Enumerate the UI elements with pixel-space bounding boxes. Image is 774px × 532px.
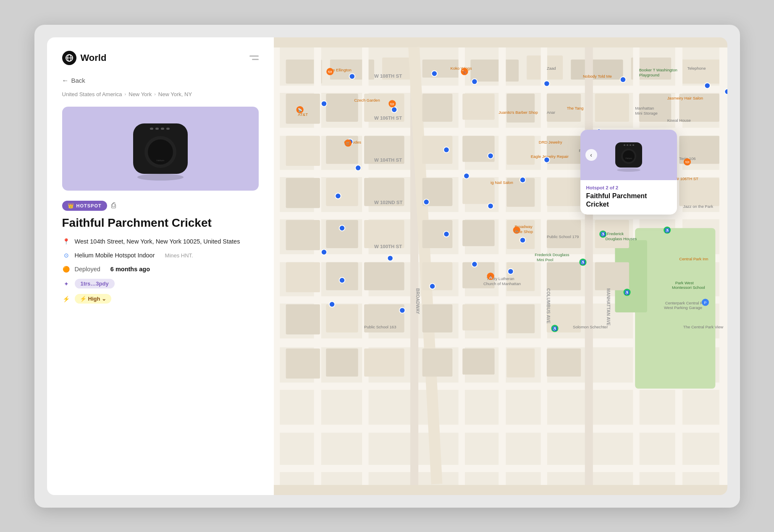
map-background: W 108TH ST W 106TH ST W 104TH ST W 102ND… <box>274 37 727 495</box>
svg-rect-6 <box>155 128 159 130</box>
network-value: Helium Mobile Hotspot Indoor <box>75 252 155 259</box>
svg-point-161 <box>724 89 727 94</box>
menu-icon[interactable] <box>245 52 259 64</box>
info-rows: 📍 West 104th Street, New York, New York … <box>62 237 259 304</box>
svg-rect-72 <box>546 178 580 206</box>
svg-text:Public School 179: Public School 179 <box>546 234 578 239</box>
svg-rect-220 <box>630 144 631 146</box>
status-label: High <box>88 296 100 302</box>
svg-rect-104 <box>506 348 535 377</box>
popup-prev-button[interactable]: ‹ <box>585 149 597 161</box>
svg-rect-56 <box>286 136 320 166</box>
breadcrumb-sep-2: › <box>154 92 156 97</box>
svg-text:MANHATTAN AVE: MANHATTAN AVE <box>606 288 611 325</box>
svg-text:Koko Wings: Koko Wings <box>450 66 472 70</box>
svg-text:W 102ND ST: W 102ND ST <box>374 199 402 204</box>
popup-device-image: ‹ Helium <box>580 130 677 180</box>
svg-point-183 <box>339 277 344 283</box>
svg-rect-103 <box>462 348 494 374</box>
svg-point-157 <box>472 79 477 84</box>
svg-rect-219 <box>627 144 628 146</box>
address-value: West 104th Street, New York, New York 10… <box>75 238 240 245</box>
svg-point-179 <box>321 249 326 254</box>
breadcrumb-usa[interactable]: United States of America <box>62 91 122 97</box>
popup-body: Hotspot 2 of 2 Faithful Parchment Cricke… <box>580 180 677 215</box>
status-pill[interactable]: ⚡ High ⌄ <box>75 294 112 304</box>
svg-text:Church of Manhattan: Church of Manhattan <box>483 281 520 286</box>
svg-text:W 106TH ST: W 106TH ST <box>374 115 401 121</box>
svg-rect-70 <box>462 178 494 204</box>
svg-point-159 <box>620 76 625 82</box>
svg-rect-87 <box>422 262 452 290</box>
svg-point-155 <box>431 71 437 76</box>
device-image-container: Helium <box>62 107 259 191</box>
device-name: Faithful Parchment Cricket <box>62 216 259 230</box>
breadcrumb-ny[interactable]: New York <box>129 91 152 97</box>
deployed-row: 🟠 Deployed 6 months ago <box>62 265 259 273</box>
svg-rect-38 <box>540 47 547 485</box>
svg-rect-5 <box>150 128 153 130</box>
svg-rect-96 <box>462 304 494 330</box>
svg-text:Booker T Washington: Booker T Washington <box>639 68 677 72</box>
svg-text:Czech Garden: Czech Garden <box>354 98 380 102</box>
network-row: ⊙ Helium Mobile Hotspot Indoor Mines HNT… <box>62 251 259 259</box>
svg-text:Eagle Jewelry Repair: Eagle Jewelry Repair <box>530 154 569 158</box>
svg-text:W 106TH ST: W 106TH ST <box>675 176 698 181</box>
popup-device-name: Faithful Parchment Cricket <box>586 192 671 209</box>
svg-text:🍽: 🍽 <box>685 160 689 164</box>
svg-rect-51 <box>506 94 535 123</box>
tag-icon: ✦ <box>62 280 71 288</box>
svg-text:Juanito's Barber Shop: Juanito's Barber Shop <box>499 110 538 114</box>
svg-point-175 <box>488 203 493 208</box>
svg-point-169 <box>544 157 549 162</box>
svg-rect-92 <box>286 304 320 334</box>
svg-text:Douglass Houses: Douglass Houses <box>605 236 637 241</box>
deployed-icon: 🟠 <box>62 265 71 273</box>
tag-row: ✦ 1trs…3pdy <box>62 279 259 288</box>
svg-rect-7 <box>161 128 164 130</box>
svg-rect-75 <box>679 178 719 206</box>
svg-rect-61 <box>506 136 535 165</box>
svg-point-163 <box>391 107 397 112</box>
svg-text:🛒: 🛒 <box>346 141 350 146</box>
svg-point-162 <box>321 101 326 106</box>
svg-text:Manhattan: Manhattan <box>635 106 654 110</box>
svg-point-174 <box>423 199 429 204</box>
svg-text:Public School 163: Public School 163 <box>364 325 396 329</box>
svg-text:🚲: 🚲 <box>514 228 519 233</box>
svg-rect-66 <box>286 178 320 208</box>
svg-text:♿: ♿ <box>624 290 630 295</box>
svg-text:The Tang: The Tang <box>567 106 583 110</box>
svg-rect-95 <box>422 304 452 332</box>
tag-pill[interactable]: 1trs…3pdy <box>75 279 115 288</box>
network-icon: ⊙ <box>62 251 71 259</box>
svg-text:P: P <box>704 300 706 304</box>
svg-rect-102 <box>422 348 452 376</box>
back-button[interactable]: ← Back <box>62 77 259 84</box>
svg-text:🍗: 🍗 <box>462 70 467 74</box>
svg-rect-76 <box>286 220 320 250</box>
badge-label: HOTSPOT <box>76 203 102 208</box>
left-panel: World ← Back United States of America › … <box>47 37 274 495</box>
svg-point-177 <box>443 231 449 236</box>
hotspot-badge: 👑 HOTSPOT <box>62 201 107 211</box>
svg-point-171 <box>464 173 469 178</box>
svg-point-186 <box>399 307 405 313</box>
svg-rect-105 <box>546 348 580 376</box>
svg-rect-99 <box>286 348 320 378</box>
svg-point-158 <box>544 81 549 86</box>
network-suffix: Mines HNT. <box>165 252 193 259</box>
bolt-inner-icon: ⚡ <box>80 296 87 302</box>
deployed-value: 6 months ago <box>110 266 150 273</box>
logo-icon <box>62 51 76 65</box>
svg-point-178 <box>519 237 525 243</box>
breadcrumb-ny-ny[interactable]: New York, NY <box>158 91 192 97</box>
svg-point-156 <box>349 73 354 79</box>
breadcrumb-sep-1: › <box>125 92 126 97</box>
location-icon: 📍 <box>62 237 71 246</box>
svg-rect-47 <box>326 94 358 122</box>
svg-text:Jazz on the Park: Jazz on the Park <box>683 204 713 209</box>
svg-point-181 <box>472 261 477 267</box>
back-label: Back <box>71 77 85 84</box>
share-icon[interactable]: ⎙ <box>111 201 116 210</box>
